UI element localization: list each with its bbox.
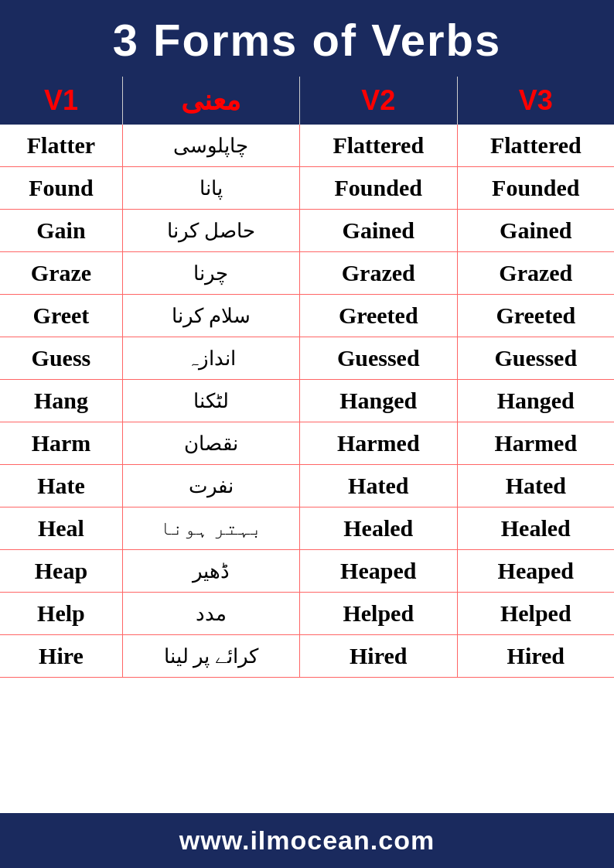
cell-meaning: پانا <box>122 167 299 210</box>
cell-v3: Grazed <box>457 252 614 295</box>
table-header-row: V1 معنی V2 V3 <box>0 77 614 125</box>
cell-v1: Found <box>0 167 122 210</box>
table-row: HangلٹکناHangedHanged <box>0 380 614 422</box>
cell-v2: Greeted <box>299 295 457 337</box>
verb-forms-table: V1 معنی V2 V3 FlatterچاپلوسیFlatteredFla… <box>0 77 614 678</box>
cell-v2: Gained <box>299 210 457 252</box>
cell-meaning: کرائے پر لینا <box>122 635 299 678</box>
cell-v2: Grazed <box>299 252 457 295</box>
cell-v1: Hire <box>0 635 122 678</box>
table-container: V1 معنی V2 V3 FlatterچاپلوسیFlatteredFla… <box>0 77 614 813</box>
page-title: 3 Forms of Verbs <box>15 14 599 66</box>
cell-meaning: چرنا <box>122 252 299 295</box>
cell-v3: Flattered <box>457 125 614 167</box>
table-row: HarmنقصانHarmedHarmed <box>0 422 614 465</box>
cell-meaning: نقصان <box>122 422 299 465</box>
cell-v2: Heaped <box>299 550 457 593</box>
cell-v3: Healed <box>457 507 614 550</box>
col-v3: V3 <box>457 77 614 125</box>
table-row: GuessاندازہGuessedGuessed <box>0 337 614 380</box>
cell-v1: Heap <box>0 550 122 593</box>
table-row: Healبہتر ہوناHealedHealed <box>0 507 614 550</box>
cell-v3: Hired <box>457 635 614 678</box>
table-row: FoundپاناFoundedFounded <box>0 167 614 210</box>
cell-v2: Hanged <box>299 380 457 422</box>
cell-meaning: حاصل کرنا <box>122 210 299 252</box>
table-row: Greetسلام کرناGreetedGreeted <box>0 295 614 337</box>
cell-meaning: اندازہ <box>122 337 299 380</box>
cell-meaning: سلام کرنا <box>122 295 299 337</box>
cell-v1: Guess <box>0 337 122 380</box>
footer-url: www.ilmocean.com <box>15 825 599 856</box>
cell-v1: Hang <box>0 380 122 422</box>
col-v1: V1 <box>0 77 122 125</box>
cell-v2: Flattered <box>299 125 457 167</box>
col-meaning: معنی <box>122 77 299 125</box>
table-row: GrazeچرناGrazedGrazed <box>0 252 614 295</box>
cell-v3: Harmed <box>457 422 614 465</box>
cell-meaning: ڈھیر <box>122 550 299 593</box>
cell-v1: Gain <box>0 210 122 252</box>
cell-meaning: چاپلوسی <box>122 125 299 167</box>
cell-v2: Founded <box>299 167 457 210</box>
cell-v3: Gained <box>457 210 614 252</box>
table-row: HelpمددHelpedHelped <box>0 593 614 635</box>
cell-v3: Heaped <box>457 550 614 593</box>
cell-v2: Guessed <box>299 337 457 380</box>
cell-v2: Harmed <box>299 422 457 465</box>
cell-v3: Greeted <box>457 295 614 337</box>
cell-v3: Founded <box>457 167 614 210</box>
cell-meaning: بہتر ہونا <box>122 507 299 550</box>
cell-v1: Help <box>0 593 122 635</box>
col-v2: V2 <box>299 77 457 125</box>
table-row: FlatterچاپلوسیFlatteredFlattered <box>0 125 614 167</box>
cell-v1: Harm <box>0 422 122 465</box>
table-row: Hireکرائے پر لیناHiredHired <box>0 635 614 678</box>
cell-meaning: مدد <box>122 593 299 635</box>
cell-v2: Hired <box>299 635 457 678</box>
table-row: HeapڈھیرHeapedHeaped <box>0 550 614 593</box>
cell-v3: Hated <box>457 465 614 507</box>
cell-v2: Hated <box>299 465 457 507</box>
cell-v2: Healed <box>299 507 457 550</box>
page-footer: www.ilmocean.com <box>0 813 614 868</box>
cell-meaning: لٹکنا <box>122 380 299 422</box>
table-row: Gainحاصل کرناGainedGained <box>0 210 614 252</box>
cell-v3: Hanged <box>457 380 614 422</box>
cell-v1: Graze <box>0 252 122 295</box>
page-header: 3 Forms of Verbs <box>0 0 614 77</box>
cell-v1: Greet <box>0 295 122 337</box>
cell-v3: Helped <box>457 593 614 635</box>
cell-v2: Helped <box>299 593 457 635</box>
cell-v1: Flatter <box>0 125 122 167</box>
cell-meaning: نفرت <box>122 465 299 507</box>
table-row: HateنفرتHatedHated <box>0 465 614 507</box>
cell-v1: Heal <box>0 507 122 550</box>
cell-v1: Hate <box>0 465 122 507</box>
cell-v3: Guessed <box>457 337 614 380</box>
